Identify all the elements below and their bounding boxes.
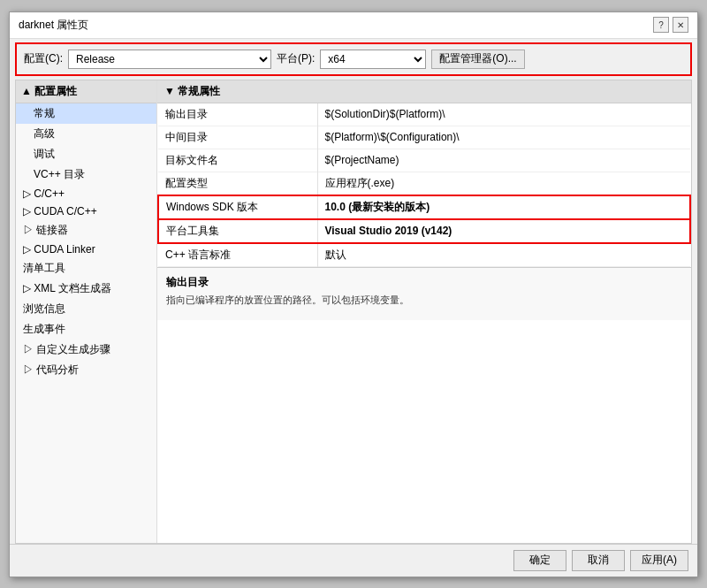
main-area: ▲ 配置属性 常规高级调试VC++ 目录▷ C/C++▷ CUDA C/C++▷… <box>15 80 692 544</box>
description-panel: 输出目录 指向已编译程序的放置位置的路径。可以包括环境变量。 <box>157 267 691 320</box>
tree-item[interactable]: 调试 <box>16 144 156 164</box>
description-text: 指向已编译程序的放置位置的路径。可以包括环境变量。 <box>166 294 682 307</box>
tree-item[interactable]: 浏览信息 <box>16 299 156 319</box>
prop-value[interactable]: 默认 <box>317 243 690 267</box>
prop-value[interactable]: $(Platform)\$(Configuration)\ <box>317 126 690 149</box>
platform-select[interactable]: x64 <box>320 50 426 69</box>
tree-item[interactable]: 常规 <box>16 103 156 124</box>
apply-button[interactable]: 应用(A) <box>630 550 688 571</box>
config-select[interactable]: Release <box>68 50 271 69</box>
prop-value[interactable]: $(ProjectName) <box>317 149 690 172</box>
dialog-title: darknet 属性页 <box>19 18 88 33</box>
tree-item[interactable]: ▷ 自定义生成步骤 <box>16 340 156 360</box>
prop-value[interactable]: 10.0 (最新安装的版本) <box>317 195 690 219</box>
prop-name: Windows SDK 版本 <box>158 195 317 219</box>
help-button[interactable]: ? <box>653 17 669 33</box>
table-row: 输出目录$(SolutionDir)$(Platform)\ <box>158 103 690 126</box>
footer-row: 确定 取消 应用(A) <box>10 544 697 577</box>
config-manager-button[interactable]: 配置管理器(O)... <box>431 50 524 69</box>
close-button[interactable]: ✕ <box>673 17 688 33</box>
tree-item[interactable]: ▷ 代码分析 <box>16 360 156 380</box>
tree-item[interactable]: ▷ 链接器 <box>16 220 156 241</box>
toolbar-row: 配置(C): Release 平台(P): x64 配置管理器(O)... <box>15 42 692 76</box>
left-panel-header: ▲ 配置属性 <box>16 80 156 103</box>
table-row: C++ 语言标准默认 <box>158 243 690 267</box>
prop-value[interactable]: $(SolutionDir)$(Platform)\ <box>317 103 690 126</box>
prop-name: 配置类型 <box>158 172 317 195</box>
tree-item[interactable]: ▷ CUDA Linker <box>16 241 156 258</box>
right-panel-header: ▼ 常规属性 <box>157 80 691 103</box>
prop-name: 平台工具集 <box>158 219 317 243</box>
config-label: 配置(C): <box>24 51 63 66</box>
left-panel: ▲ 配置属性 常规高级调试VC++ 目录▷ C/C++▷ CUDA C/C++▷… <box>16 80 157 543</box>
table-row: 中间目录$(Platform)\$(Configuration)\ <box>158 126 690 149</box>
tree-item[interactable]: ▷ XML 文档生成器 <box>16 279 156 299</box>
prop-value[interactable]: 应用程序(.exe) <box>317 172 690 195</box>
table-row: 平台工具集Visual Studio 2019 (v142) <box>158 219 690 243</box>
general-props-label: ▼ 常规属性 <box>164 84 220 99</box>
right-panel: ▼ 常规属性 输出目录$(SolutionDir)$(Platform)\中间目… <box>157 80 691 543</box>
platform-label: 平台(P): <box>277 51 315 66</box>
prop-value[interactable]: Visual Studio 2019 (v142) <box>317 219 690 243</box>
ok-button[interactable]: 确定 <box>513 550 566 571</box>
table-row: 目标文件名$(ProjectName) <box>158 149 690 172</box>
tree-container: 常规高级调试VC++ 目录▷ C/C++▷ CUDA C/C++▷ 链接器▷ C… <box>16 103 156 380</box>
tree-item[interactable]: 清单工具 <box>16 258 156 279</box>
prop-name: 目标文件名 <box>158 149 317 172</box>
prop-name: 中间目录 <box>158 126 317 149</box>
table-row: 配置类型应用程序(.exe) <box>158 172 690 195</box>
tree-item[interactable]: 高级 <box>16 124 156 144</box>
tree-item[interactable]: ▷ CUDA C/C++ <box>16 202 156 220</box>
title-bar-controls: ? ✕ <box>653 17 688 33</box>
prop-name: C++ 语言标准 <box>158 243 317 267</box>
table-row: Windows SDK 版本10.0 (最新安装的版本) <box>158 195 690 219</box>
description-title: 输出目录 <box>166 275 682 290</box>
config-props-label: ▲ 配置属性 <box>21 84 77 99</box>
properties-table: 输出目录$(SolutionDir)$(Platform)\中间目录$(Plat… <box>157 103 691 267</box>
tree-item[interactable]: VC++ 目录 <box>16 164 156 185</box>
tree-item[interactable]: ▷ C/C++ <box>16 185 156 202</box>
prop-name: 输出目录 <box>158 103 317 126</box>
title-bar: darknet 属性页 ? ✕ <box>10 12 697 39</box>
tree-item[interactable]: 生成事件 <box>16 319 156 340</box>
cancel-button[interactable]: 取消 <box>572 550 625 571</box>
properties-dialog: darknet 属性页 ? ✕ 配置(C): Release 平台(P): x6… <box>9 11 698 577</box>
